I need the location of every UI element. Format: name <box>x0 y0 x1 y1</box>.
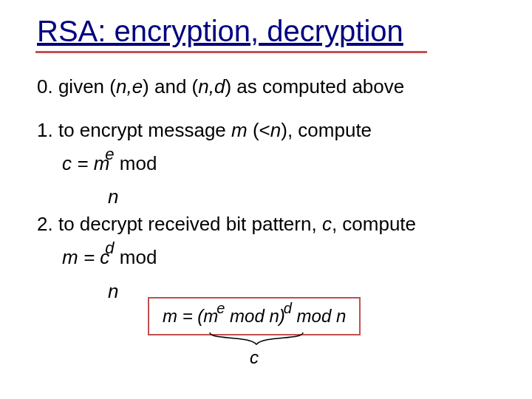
eq2-m: m = c <box>62 246 109 268</box>
equation-1-n: n <box>108 184 502 210</box>
eq1-exp: e <box>105 145 114 163</box>
eq2-n: n <box>108 280 118 302</box>
step-2: 2. to decrypt received bit pattern, c, c… <box>37 211 502 237</box>
box-d: d <box>284 300 292 316</box>
step2-c: c <box>322 213 332 235</box>
identity-box-wrap: m = (me mod n)d mod n c <box>148 297 361 335</box>
equation-2: m = cd mod <box>62 245 502 270</box>
step1-a: 1. to encrypt message <box>37 119 231 141</box>
step1-m: m <box>231 119 248 141</box>
equation-1: c = me mod <box>62 151 502 177</box>
eq2-exp: d <box>105 239 114 257</box>
step1-c: ), compute <box>281 119 372 141</box>
step1-n: n <box>270 119 281 141</box>
step0-d: d <box>214 75 225 98</box>
eq1-n: n <box>108 185 118 208</box>
step-1: 1. to encrypt message m (<n), compute <box>37 117 502 143</box>
box-b-rm: mod n) <box>225 306 284 326</box>
identity-box: m = (me mod n)d mod n <box>148 297 361 335</box>
step0-n2: n, <box>198 75 214 98</box>
underbrace-icon <box>208 331 304 346</box>
step-0: 0. given (n,e) and (n,d) as computed abo… <box>37 74 502 100</box>
eq1-c: c = m <box>62 152 109 174</box>
slide: RSA: encryption, decryption 0. given (n,… <box>0 0 532 399</box>
spacer <box>37 107 502 117</box>
step0-mid: ) and ( <box>143 75 198 98</box>
title-underline <box>35 51 427 53</box>
step0-n1: n, <box>116 75 132 98</box>
step0-pre: 0. given ( <box>37 75 116 98</box>
box-a: m = (m <box>163 306 218 326</box>
eq2-mod: mod <box>115 246 157 268</box>
step0-e: e <box>132 75 143 98</box>
step1-b: (< <box>248 119 270 141</box>
step2-b: , compute <box>332 213 416 235</box>
box-b: mod n) <box>225 306 284 326</box>
slide-title: RSA: encryption, decryption <box>37 15 502 48</box>
eq1-mod: mod <box>115 152 157 174</box>
box-c: mod n <box>292 306 346 326</box>
step0-post: ) as computed above <box>225 75 404 98</box>
step2-a: 2. to decrypt received bit pattern, <box>37 213 322 235</box>
box-e: e <box>216 300 225 316</box>
underbrace-label: c <box>250 347 259 368</box>
